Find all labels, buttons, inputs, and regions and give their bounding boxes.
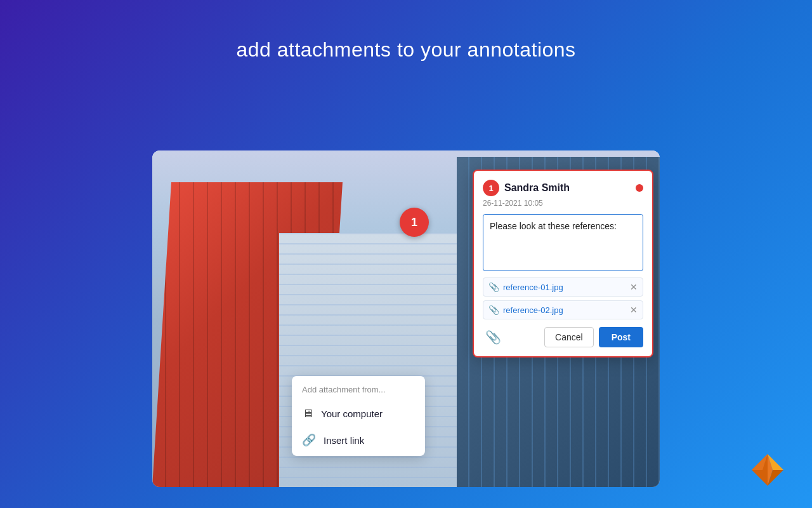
page-title: add attachments to your annotations [0,0,812,87]
attachment-left-2: 📎 reference-02.jpg [488,305,563,315]
popup-author: Sandra Smith [504,182,570,194]
popup-actions: Cancel Post [544,327,643,347]
annotation-popup: 1 Sandra Smith 26-11-2021 10:05 📎 refere… [473,170,653,358]
dropdown-item-link[interactable]: 🔗 Insert link [292,427,425,453]
popup-footer: 📎 Cancel Post [483,327,643,347]
attachment-close-2[interactable]: ✕ [630,305,638,314]
popup-header: 1 Sandra Smith [483,180,643,196]
attachment-name-2[interactable]: reference-02.jpg [503,305,563,315]
add-attachment-button[interactable]: 📎 [483,327,504,347]
dropdown-title: Add attachment from... [292,385,425,401]
popup-timestamp: 26-11-2021 10:05 [483,199,643,208]
attachment-icon-1: 📎 [488,282,499,292]
dropdown-item-link-label: Insert link [324,435,364,446]
link-icon: 🔗 [302,433,316,447]
logo [749,451,787,489]
annotation-marker[interactable]: 1 [400,208,429,237]
attachment-item-2: 📎 reference-02.jpg ✕ [483,300,643,319]
attachment-icon-2: 📎 [488,305,499,315]
popup-header-left: 1 Sandra Smith [483,180,570,196]
dropdown-item-computer-label: Your computer [321,408,383,419]
attachment-left-1: 📎 reference-01.jpg [488,282,563,292]
attachment-close-1[interactable]: ✕ [630,283,638,291]
attachment-name-1[interactable]: reference-01.jpg [503,283,563,292]
cancel-button[interactable]: Cancel [544,327,594,347]
popup-badge: 1 [483,180,499,196]
attachment-dropdown: Add attachment from... 🖥 Your computer 🔗… [292,376,425,456]
logo-svg [749,451,787,489]
image-container: 1 1 Sandra Smith 26-11-2021 10:05 📎 refe… [152,150,660,487]
computer-icon: 🖥 [302,407,313,420]
attachment-item-1: 📎 reference-01.jpg ✕ [483,277,643,297]
popup-status-dot [636,184,643,192]
post-button[interactable]: Post [599,327,643,347]
popup-text-input[interactable] [483,214,643,271]
dropdown-item-computer[interactable]: 🖥 Your computer [292,401,425,427]
